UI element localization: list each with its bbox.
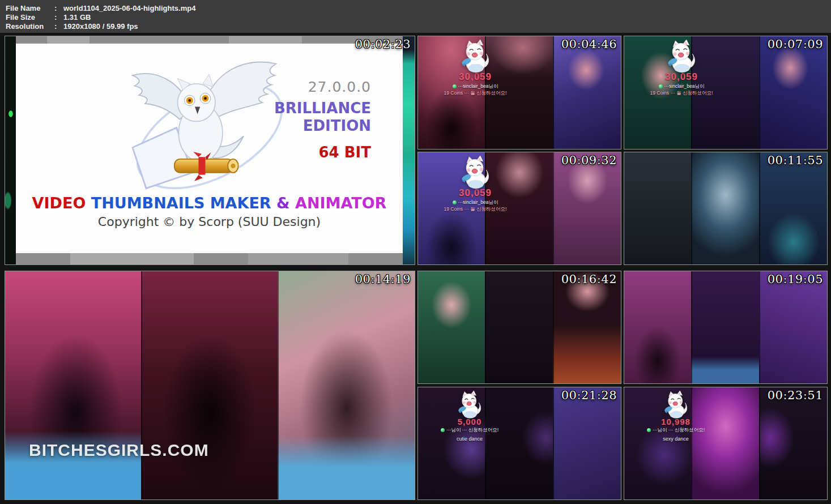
dance-caption: cutie dance <box>421 436 518 442</box>
frame-panel <box>759 271 827 383</box>
title-word-thumbnails-maker: THUMBNAILS MAKER <box>91 194 271 212</box>
window-bar-top <box>16 36 403 44</box>
timestamp-label: 00:16:42 <box>561 272 617 286</box>
timestamp-label: 00:11:55 <box>768 153 823 167</box>
video-thumbnail: 00:11:55 <box>624 152 828 265</box>
video-thumbnail-splash: 27.0.0.0 BRILLIANCE EDITION 64 BIT VIDEO… <box>5 36 415 265</box>
frame-panel <box>5 271 141 499</box>
gem-icon <box>647 428 651 432</box>
splash-frame: 27.0.0.0 BRILLIANCE EDITION 64 BIT VIDEO… <box>5 36 415 264</box>
frame-panel <box>759 387 827 499</box>
donor-name-text: ···sinclair_bea님이 <box>664 83 705 89</box>
app-title: VIDEO THUMBNAILS MAKER & ANIMATOR <box>16 194 403 212</box>
donation-overlay: 30,059 ···sinclair_bea님이 19 Coins ··· 을 … <box>628 40 735 96</box>
file-name-label: File Name <box>6 4 54 13</box>
donor-name-text: ···sinclair_bea님이 <box>458 199 498 205</box>
video-edge-right <box>403 36 415 264</box>
donation-request-text: 19 Coins ··· 을 신청하셨어요! <box>421 206 529 212</box>
file-name-row: File Name : world1104_2025-06-04-highlig… <box>6 4 831 13</box>
video-thumbnail: 30,059 ···sinclair_bea님이 19 Coins ··· 을 … <box>417 152 621 265</box>
frame-panel <box>624 271 691 383</box>
frame-panel <box>553 271 621 383</box>
timestamp-label: 00:02:23 <box>355 37 411 51</box>
frame-panel <box>624 152 691 264</box>
frame-panel <box>553 36 621 149</box>
video-thumbnail: 00:16:42 <box>417 271 621 384</box>
cat-mascot-icon <box>458 40 493 75</box>
owl-logo-icon <box>105 48 298 200</box>
file-size-label: File Size <box>6 13 54 22</box>
file-size-row: File Size : 1.31 GB <box>6 13 831 22</box>
video-thumbnail-large: BITCHESGIRLS.COM 00:14:19 <box>5 271 415 500</box>
timestamp-label: 00:23:51 <box>768 388 823 402</box>
donation-request-text: ···님이 ··· 신청하셨어요! <box>446 427 498 433</box>
file-info-header: File Name : world1104_2025-06-04-highlig… <box>0 0 831 33</box>
timestamp-label: 00:19:05 <box>768 272 823 286</box>
file-name-value: world1104_2025-06-04-highlights.mp4 <box>63 4 195 13</box>
vtm-splash-card: 27.0.0.0 BRILLIANCE EDITION 64 BIT VIDEO… <box>16 44 403 253</box>
gem-icon <box>659 84 663 88</box>
site-watermark: BITCHESGIRLS.COM <box>29 441 209 460</box>
video-thumbnail: 10,998 ···님이 ··· 신청하셨어요! sexy dance 00:2… <box>624 387 828 500</box>
gem-icon <box>453 84 457 88</box>
donation-overlay: 30,059 ···sinclair_bea님이 19 Coins ··· 을 … <box>421 156 529 212</box>
video-thumbnail: 5,000 ···님이 ··· 신청하셨어요! cutie dance 00:2… <box>417 387 621 500</box>
donation-overlay: 5,000 ···님이 ··· 신청하셨어요! cutie dance <box>421 391 518 442</box>
timestamp-label: 00:21:28 <box>561 388 617 402</box>
resolution-row: Resolution : 1920x1080 / 59.99 fps <box>6 22 831 31</box>
cat-mascot-icon <box>661 391 691 420</box>
version-number: 27.0.0.0 <box>274 79 371 95</box>
dance-caption: sexy dance <box>628 436 724 442</box>
frame-panel <box>691 271 759 383</box>
timestamp-label: 00:07:09 <box>768 37 823 51</box>
version-block: 27.0.0.0 BRILLIANCE EDITION 64 BIT <box>274 79 371 161</box>
cat-mascot-icon <box>664 40 699 75</box>
timestamp-label: 00:09:32 <box>561 153 617 167</box>
frame-panel <box>485 271 553 383</box>
frame-panel <box>141 271 278 499</box>
copyright-line: Copyright © by Scorp (SUU Design) <box>16 215 403 229</box>
title-word-animator: ANIMATOR <box>295 194 386 212</box>
video-edge-left <box>5 36 16 264</box>
video-thumbnail: 30,059 ···sinclair_bea님이 19 Coins ··· 을 … <box>417 36 621 150</box>
video-thumbnail: 00:19:05 <box>624 271 828 384</box>
frame-panel <box>278 271 415 499</box>
donor-name-text: ···sinclair_bea님이 <box>458 83 498 89</box>
frame-panel <box>418 271 485 383</box>
frame-panel <box>553 387 621 499</box>
gem-icon <box>441 428 445 432</box>
timestamp-label: 00:14:19 <box>355 272 411 286</box>
resolution-label: Resolution <box>6 22 54 31</box>
bits-label: 64 BIT <box>274 144 371 161</box>
file-size-value: 1.31 GB <box>63 13 91 22</box>
gem-icon <box>453 200 457 204</box>
cat-mascot-icon <box>455 391 484 420</box>
resolution-value: 1920x1080 / 59.99 fps <box>63 22 138 31</box>
donation-request-text: ···님이 ··· 신청하셨어요! <box>653 427 705 433</box>
frame-panel <box>759 152 827 264</box>
title-word-video: VIDEO <box>32 194 86 212</box>
title-ampersand: & <box>276 194 290 212</box>
edition-line1: BRILLIANCE <box>274 100 371 117</box>
edition-line2: EDITION <box>274 117 371 135</box>
timestamp-label: 00:04:46 <box>561 37 617 51</box>
frame-panel <box>691 152 759 264</box>
video-contact-sheet: File Name : world1104_2025-06-04-highlig… <box>0 0 831 504</box>
donation-overlay: 30,059 ···sinclair_bea님이 19 Coins ··· 을 … <box>421 40 529 96</box>
donation-request-text: 19 Coins ··· 을 신청하셨어요! <box>628 89 735 96</box>
frame-panel <box>759 36 827 149</box>
donation-overlay: 10,998 ···님이 ··· 신청하셨어요! sexy dance <box>628 391 724 442</box>
frame-panel <box>553 152 621 264</box>
donation-request-text: 19 Coins ··· 을 신청하셨어요! <box>421 89 529 96</box>
cat-mascot-icon <box>458 156 493 191</box>
video-thumbnail: 30,059 ···sinclair_bea님이 19 Coins ··· 을 … <box>624 36 828 150</box>
window-bar-bottom <box>16 253 403 264</box>
